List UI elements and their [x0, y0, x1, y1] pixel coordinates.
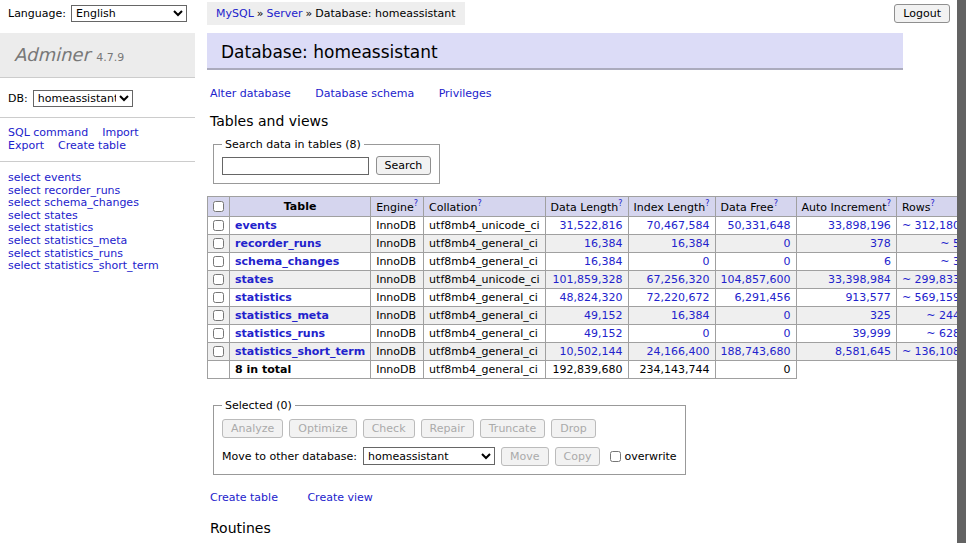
select-all-checkbox[interactable]: [213, 201, 224, 212]
rows-link[interactable]: ~ 136,108: [902, 345, 960, 358]
auto-increment-link[interactable]: 8,581,645: [835, 345, 891, 358]
rows-link[interactable]: ~ 244: [926, 309, 960, 322]
auto-increment-link[interactable]: 913,577: [845, 291, 891, 304]
sidebar-select-events-link[interactable]: select events: [8, 171, 81, 184]
data-free-link[interactable]: 50,331,648: [728, 219, 791, 232]
auto-increment-link[interactable]: 33,398,984: [828, 273, 891, 286]
analyze-button[interactable]: Analyze: [222, 419, 283, 438]
alter-database-link[interactable]: Alter database: [210, 87, 291, 100]
logout-button[interactable]: Logout: [894, 4, 950, 23]
data-free-link[interactable]: 0: [784, 309, 791, 322]
sidebar-export-link[interactable]: Export: [8, 139, 44, 152]
db-select[interactable]: homeassistant: [33, 90, 133, 107]
data-length-link[interactable]: 49,152: [584, 327, 623, 340]
help-icon[interactable]: ?: [705, 199, 709, 208]
rows-link[interactable]: ~ 299,833: [902, 273, 960, 286]
privileges-link[interactable]: Privileges: [439, 87, 492, 100]
data-length-link[interactable]: 48,824,320: [560, 291, 623, 304]
data-length-link[interactable]: 101,859,328: [553, 273, 623, 286]
sidebar-select-statistics-runs-link[interactable]: select statistics_runs: [8, 247, 123, 260]
copy-button[interactable]: Copy: [555, 447, 601, 466]
row-checkbox[interactable]: [213, 220, 224, 231]
data-free-link[interactable]: 188,743,680: [721, 345, 791, 358]
table-link[interactable]: recorder_runs: [235, 237, 321, 250]
help-icon[interactable]: ?: [477, 199, 481, 208]
index-length-link[interactable]: 0: [703, 327, 710, 340]
table-link[interactable]: statistics: [235, 291, 292, 304]
help-icon[interactable]: ?: [618, 199, 622, 208]
data-free-link[interactable]: 6,291,456: [735, 291, 791, 304]
breadcrumb-server-link[interactable]: Server: [267, 7, 303, 20]
index-length-link[interactable]: 67,256,320: [647, 273, 710, 286]
sidebar-select-states-link[interactable]: select states: [8, 209, 78, 222]
help-icon[interactable]: ?: [887, 199, 891, 208]
row-checkbox[interactable]: [213, 328, 224, 339]
app-title: Adminer 4.7.9: [0, 33, 195, 78]
overwrite-checkbox[interactable]: [610, 451, 621, 462]
table-link[interactable]: statistics_meta: [235, 309, 329, 322]
repair-button[interactable]: Repair: [421, 419, 474, 438]
help-icon[interactable]: ?: [774, 199, 778, 208]
auto-increment-link[interactable]: 39,999: [852, 327, 891, 340]
check-button[interactable]: Check: [363, 419, 415, 438]
sidebar-select-statistics-meta-link[interactable]: select statistics_meta: [8, 234, 127, 247]
move-database-select[interactable]: homeassistant: [363, 447, 495, 465]
drop-button[interactable]: Drop: [551, 419, 595, 438]
index-length-link[interactable]: 72,220,672: [647, 291, 710, 304]
row-checkbox[interactable]: [213, 292, 224, 303]
truncate-button[interactable]: Truncate: [480, 419, 545, 438]
index-length-link[interactable]: 16,384: [671, 309, 710, 322]
create-view-link[interactable]: Create view: [307, 491, 372, 504]
data-length-link[interactable]: 31,522,816: [560, 219, 623, 232]
help-icon[interactable]: ?: [414, 199, 418, 208]
index-length-link[interactable]: 70,467,584: [647, 219, 710, 232]
rows-link[interactable]: ~ 569,159: [902, 291, 960, 304]
table-link[interactable]: statistics_short_term: [235, 345, 365, 358]
search-button[interactable]: Search: [376, 156, 432, 175]
data-free-link[interactable]: 0: [784, 237, 791, 250]
help-icon[interactable]: ?: [930, 199, 934, 208]
data-length-link[interactable]: 16,384: [584, 255, 623, 268]
data-length-link[interactable]: 16,384: [584, 237, 623, 250]
sidebar-select-schema-changes-link[interactable]: select schema_changes: [8, 196, 139, 209]
rows-link[interactable]: ~ 628: [926, 327, 960, 340]
data-free-link[interactable]: 0: [784, 327, 791, 340]
row-checkbox[interactable]: [213, 238, 224, 249]
table-link[interactable]: events: [235, 219, 277, 232]
row-checkbox[interactable]: [213, 346, 224, 357]
sidebar-create-table-link[interactable]: Create table: [58, 139, 126, 152]
auto-increment-link[interactable]: 33,898,196: [828, 219, 891, 232]
data-free-link[interactable]: 0: [784, 255, 791, 268]
index-length-link[interactable]: 0: [703, 255, 710, 268]
search-input[interactable]: [222, 157, 369, 175]
auto-increment-link[interactable]: 378: [870, 237, 891, 250]
rows-link[interactable]: ~ 312,180: [902, 219, 960, 232]
row-checkbox[interactable]: [213, 310, 224, 321]
data-length-link[interactable]: 10,502,144: [560, 345, 623, 358]
language-select[interactable]: English: [71, 5, 187, 22]
index-length-link[interactable]: 16,384: [671, 237, 710, 250]
row-checkbox[interactable]: [213, 256, 224, 267]
engine-cell: InnoDB: [371, 324, 424, 342]
breadcrumb-mysql-link[interactable]: MySQL: [216, 7, 254, 20]
optimize-button[interactable]: Optimize: [289, 419, 356, 438]
data-length-link[interactable]: 49,152: [584, 309, 623, 322]
auto-increment-link[interactable]: 6: [884, 255, 891, 268]
auto-increment-link[interactable]: 325: [870, 309, 891, 322]
create-table-link[interactable]: Create table: [210, 491, 278, 504]
sidebar-select-recorder-runs-link[interactable]: select recorder_runs: [8, 184, 120, 197]
sidebar-select-statistics-short-term-link[interactable]: select statistics_short_term: [8, 259, 159, 272]
sidebar-sql-command-link[interactable]: SQL command: [8, 126, 88, 139]
database-schema-link[interactable]: Database schema: [315, 87, 414, 100]
row-checkbox[interactable]: [213, 274, 224, 285]
scrollbar[interactable]: [957, 0, 966, 543]
move-button[interactable]: Move: [501, 447, 549, 466]
index-length-link[interactable]: 24,166,400: [647, 345, 710, 358]
data-free-link[interactable]: 104,857,600: [721, 273, 791, 286]
sidebar-select-statistics-link[interactable]: select statistics: [8, 221, 93, 234]
table-link[interactable]: statistics_runs: [235, 327, 325, 340]
total-index-length: 234,143,744: [628, 360, 715, 378]
table-link[interactable]: states: [235, 273, 274, 286]
table-link[interactable]: schema_changes: [235, 255, 339, 268]
sidebar-import-link[interactable]: Import: [102, 126, 139, 139]
